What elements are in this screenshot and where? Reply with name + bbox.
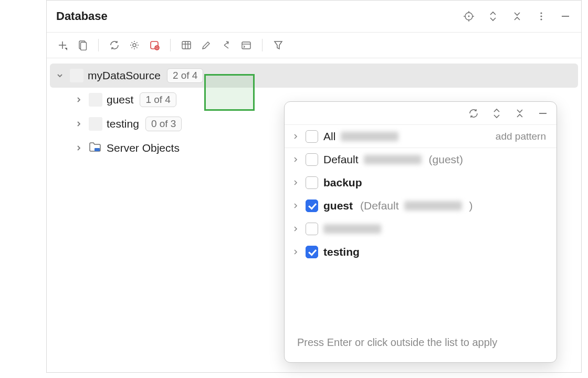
minimize-icon[interactable] [537, 107, 549, 120]
scratch-icon[interactable] [76, 39, 89, 51]
table-icon[interactable] [180, 39, 193, 51]
item-suffix: (guest) [429, 153, 463, 166]
svg-marker-26 [275, 41, 282, 49]
svg-point-7 [540, 15, 542, 17]
chevron-right-icon[interactable] [73, 118, 85, 130]
panel-header: Database [47, 1, 581, 32]
schema-count-badge[interactable]: 2 of 4 [167, 68, 204, 83]
chevron-right-icon[interactable] [291, 180, 300, 186]
schema-count-badge[interactable]: 0 of 3 [145, 117, 182, 131]
database-icon [89, 117, 102, 131]
more-icon[interactable] [535, 10, 548, 23]
item-label: All [323, 130, 335, 143]
collapse-icon[interactable] [513, 107, 526, 120]
folder-icon [89, 141, 102, 155]
chevron-right-icon[interactable] [73, 142, 85, 154]
svg-point-8 [540, 18, 542, 20]
popup-row-testing[interactable]: testing [285, 240, 556, 264]
collapse-icon[interactable] [511, 10, 523, 23]
svg-point-6 [540, 12, 542, 14]
database-icon [89, 93, 102, 107]
item-label: backup [323, 176, 362, 189]
expand-icon[interactable] [487, 10, 499, 23]
edit-icon[interactable] [200, 39, 213, 51]
header-actions [463, 10, 572, 23]
checkbox-guest[interactable] [306, 200, 318, 212]
toolbar-separator [98, 39, 99, 51]
node-label: myDataSource [88, 69, 161, 82]
checkbox-default[interactable] [306, 153, 318, 166]
database-panel: Database [46, 0, 582, 373]
chevron-right-icon[interactable] [291, 156, 300, 163]
blurred-text [404, 201, 462, 211]
node-label: testing [107, 118, 139, 130]
chevron-right-icon[interactable] [291, 226, 300, 232]
refresh-icon[interactable] [467, 107, 480, 120]
svg-rect-27 [94, 148, 100, 151]
item-label: testing [323, 246, 360, 258]
item-suffix: (Default [360, 200, 399, 212]
svg-rect-24 [242, 42, 250, 49]
schema-count-badge[interactable]: 1 of 4 [140, 92, 176, 107]
toolbar-separator [262, 39, 262, 51]
add-pattern-link[interactable]: add pattern [496, 131, 546, 142]
svg-point-14 [133, 44, 136, 47]
schema-popup: All add pattern Default (guest) backup [284, 101, 557, 363]
filter-icon[interactable] [272, 39, 285, 51]
chevron-down-icon[interactable] [54, 70, 66, 81]
chevron-right-icon[interactable] [291, 133, 300, 140]
minimize-icon[interactable] [559, 10, 572, 23]
console-icon[interactable] [240, 39, 253, 51]
tree-node-datasource[interactable]: myDataSource 2 of 4 [50, 64, 578, 88]
popup-header [285, 102, 556, 125]
toolbar-separator [170, 39, 171, 51]
gear-icon[interactable] [128, 39, 141, 51]
popup-row-backup[interactable]: backup [285, 171, 556, 194]
popup-list: All add pattern Default (guest) backup [285, 125, 556, 328]
chevron-right-icon[interactable] [73, 94, 85, 106]
panel-title: Database [56, 9, 463, 23]
svg-rect-20 [182, 41, 191, 49]
node-label: Server Objects [107, 142, 180, 154]
checkbox-testing[interactable] [306, 246, 318, 258]
chevron-right-icon[interactable] [291, 249, 300, 255]
checkbox-all[interactable] [306, 130, 318, 143]
popup-row-all[interactable]: All add pattern [285, 125, 556, 148]
blurred-text [323, 224, 381, 234]
popup-row-default[interactable]: Default (guest) [285, 148, 556, 171]
add-icon[interactable] [56, 39, 69, 51]
svg-point-1 [468, 15, 470, 17]
chevron-right-icon[interactable] [291, 203, 300, 209]
jump-icon[interactable] [220, 39, 233, 51]
stop-icon[interactable] [148, 39, 161, 51]
toolbar [47, 32, 581, 58]
target-icon[interactable] [463, 10, 475, 23]
datasource-icon [70, 69, 83, 82]
item-label: guest [323, 200, 353, 212]
popup-row-guest[interactable]: guest (Default ) [285, 194, 556, 217]
checkbox-backup[interactable] [306, 176, 318, 189]
popup-row-postgres[interactable] [285, 217, 556, 240]
expand-icon[interactable] [490, 107, 503, 120]
item-suffix-tail: ) [469, 200, 473, 212]
svg-rect-13 [81, 43, 87, 50]
refresh-icon[interactable] [108, 39, 121, 51]
popup-footer-hint: Press Enter or click outside the list to… [285, 328, 556, 362]
checkbox-postgres[interactable] [306, 223, 318, 235]
item-label: Default [323, 153, 359, 166]
node-label: guest [107, 93, 133, 106]
blurred-text [341, 132, 398, 141]
blurred-text [364, 155, 422, 164]
